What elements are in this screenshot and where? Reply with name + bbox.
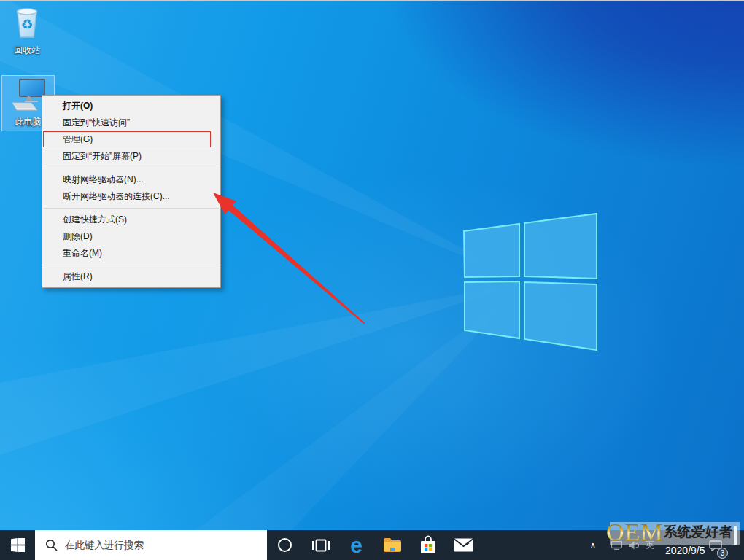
this-pc-icon bbox=[10, 79, 47, 112]
svg-text:♻: ♻ bbox=[20, 17, 33, 32]
menu-item-delete[interactable]: 删除(D) bbox=[42, 228, 220, 245]
menu-item-label: 删除(D) bbox=[63, 231, 93, 241]
notification-badge[interactable]: 3 bbox=[717, 548, 728, 559]
start-button[interactable] bbox=[0, 530, 35, 560]
tray-show-hidden-icons[interactable]: ∧ bbox=[584, 530, 602, 560]
menu-item-label: 创建快捷方式(S) bbox=[63, 214, 127, 225]
menu-item-disconnect-drive[interactable]: 断开网络驱动器的连接(C)... bbox=[42, 188, 220, 205]
windows-start-icon bbox=[11, 538, 25, 552]
menu-item-pin-start[interactable]: 固定到“开始”屏幕(P) bbox=[42, 148, 220, 165]
cortana-icon bbox=[278, 538, 292, 552]
store-button[interactable] bbox=[410, 530, 446, 560]
mail-button[interactable] bbox=[446, 530, 481, 560]
file-explorer-button[interactable] bbox=[374, 530, 410, 560]
menu-separator bbox=[44, 265, 219, 265]
menu-item-map-network-drive[interactable]: 映射网络驱动器(N)... bbox=[42, 171, 220, 188]
menu-item-label: 映射网络驱动器(N)... bbox=[63, 174, 144, 184]
menu-item-label: 固定到“开始”屏幕(P) bbox=[63, 151, 142, 161]
watermark-date: 2020/9/5 bbox=[665, 545, 705, 556]
desktop-screen: ♻ 回收站 此电脑 打开(O)固定到“快速访问”管理(G)固定到“开始”屏幕(P… bbox=[0, 0, 744, 560]
chevron-up-icon: ∧ bbox=[590, 540, 597, 551]
menu-item-label: 打开(O) bbox=[63, 101, 93, 111]
menu-item-label: 固定到“快速访问” bbox=[63, 117, 130, 128]
task-view-button[interactable] bbox=[303, 530, 338, 560]
menu-item-label: 管理(G) bbox=[63, 134, 93, 144]
edge-icon: e bbox=[350, 534, 363, 556]
cortana-button[interactable] bbox=[267, 530, 303, 560]
menu-item-open[interactable]: 打开(O) bbox=[42, 98, 220, 114]
watermark-brand: OEM bbox=[606, 521, 664, 544]
menu-item-create-shortcut[interactable]: 创建快捷方式(S) bbox=[42, 211, 220, 228]
recycle-bin-icon: ♻ bbox=[9, 4, 44, 41]
watermark-title: 系统爱好者 bbox=[664, 523, 733, 544]
screen-top-edge bbox=[0, 0, 744, 1]
store-icon bbox=[419, 535, 437, 555]
menu-item-label: 重命名(M) bbox=[63, 248, 102, 258]
search-input[interactable] bbox=[65, 540, 247, 551]
watermark: OEM系统爱好者 bbox=[606, 519, 733, 544]
edge-button[interactable]: e bbox=[338, 530, 374, 560]
desktop-icon-label: 回收站 bbox=[1, 44, 53, 57]
desktop-icon-recycle-bin[interactable]: ♻ 回收站 bbox=[1, 4, 53, 57]
menu-separator bbox=[44, 168, 219, 168]
task-view-icon bbox=[311, 538, 330, 553]
menu-item-pin-quick-access[interactable]: 固定到“快速访问” bbox=[42, 114, 220, 131]
mail-icon bbox=[454, 538, 473, 552]
menu-separator bbox=[44, 208, 219, 209]
menu-item-manage[interactable]: 管理(G) bbox=[42, 131, 220, 148]
menu-item-label: 断开网络驱动器的连接(C)... bbox=[63, 191, 170, 201]
menu-item-rename[interactable]: 重命名(M) bbox=[42, 245, 220, 262]
menu-item-properties[interactable]: 属性(R) bbox=[42, 268, 220, 285]
taskbar-search[interactable] bbox=[35, 530, 267, 560]
watermark-divider bbox=[734, 526, 737, 545]
file-explorer-icon bbox=[383, 537, 402, 553]
search-icon bbox=[45, 539, 58, 551]
menu-item-label: 属性(R) bbox=[63, 271, 93, 281]
context-menu: 打开(O)固定到“快速访问”管理(G)固定到“开始”屏幕(P)映射网络驱动器(N… bbox=[42, 95, 221, 288]
